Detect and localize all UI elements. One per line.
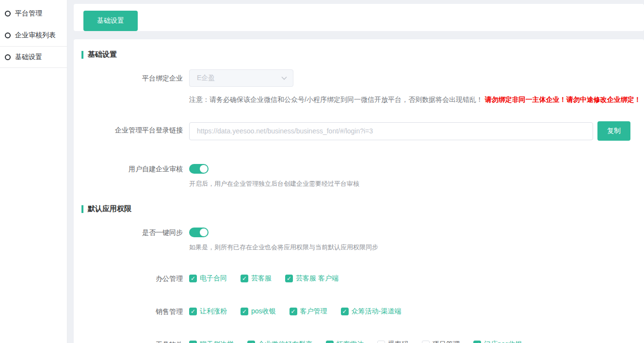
sidebar-item-label: 企业审核列表 xyxy=(15,31,56,40)
note-gray-text: 注意：请务必确保该企业微信和公众号/小程序绑定到同一微信开放平台，否则数据将会出… xyxy=(189,96,483,103)
permission-checkbox[interactable]: ✓ 企业微信好友裂变 xyxy=(247,340,312,343)
permission-checkbox-label: 众筹活动-渠道端 xyxy=(352,307,402,316)
permission-checkbox-label: 门店pos收银 xyxy=(484,340,522,343)
checkbox-icon: ✓ xyxy=(241,275,248,282)
one-key-sync-toggle[interactable] xyxy=(189,228,209,237)
permission-row: 销售管理 ✓ 让利涨粉 ✓ pos收银 ✓ 客户管理 ✓ 众筹活动-渠道端 xyxy=(74,307,644,316)
permission-checkbox-label: 企业微信好友裂变 xyxy=(258,340,312,343)
permission-checkbox[interactable]: ✓ 芸客服 客户端 xyxy=(285,274,338,283)
note-red-warning: 请勿绑定非同一主体企业！请勿中途修改企业绑定！ xyxy=(485,96,641,103)
checkbox-icon: ✓ xyxy=(341,308,349,315)
radio-circle-icon xyxy=(5,11,11,16)
permission-groups: 办公管理 ✓ 电子合同 ✓ 芸客服 ✓ 芸客服 客户端 销售管理 ✓ 让利涨粉 … xyxy=(81,274,644,343)
permission-checkbox[interactable]: ✓ 让利涨粉 xyxy=(189,307,227,316)
sidebar-item-label: 平台管理 xyxy=(15,9,42,18)
permission-checkbox[interactable]: ✓ 芸客服 xyxy=(241,274,272,283)
permission-checkbox-label: 芸客服 客户端 xyxy=(296,274,338,283)
permission-checkbox[interactable]: ✓ 众筹活动-渠道端 xyxy=(341,307,402,316)
main-area: 基础设置 基础设置 平台绑定企业 E企盈 注意：请务必确保该企业微信和公众号/小… xyxy=(67,0,644,343)
permission-checkbox[interactable]: ✓ 聊天侧边栏 xyxy=(189,340,234,343)
permission-row: 工具软件 ✓ 聊天侧边栏 ✓ 企业微信好友裂变 ✓ 拓客雷达 ✓ 爆客码 ✓ 项… xyxy=(74,340,644,343)
sidebar-item-label: 基础设置 xyxy=(15,53,42,62)
one-key-sync-helper: 如果是，则所有已存在企业也会将应用权限与当前默认应用权限同步 xyxy=(189,243,644,252)
settings-card: 基础设置 平台绑定企业 E企盈 注意：请务必确保该企业微信和公众号/小程序绑定到… xyxy=(74,39,644,343)
bind-company-selected-value: E企盈 xyxy=(197,74,215,82)
sidebar-item[interactable]: 平台管理 xyxy=(0,2,67,24)
checkbox-icon: ✓ xyxy=(377,341,385,343)
basic-settings-tab-button[interactable]: 基础设置 xyxy=(83,11,138,31)
permission-checkbox-label: 爆客码 xyxy=(388,340,408,343)
self-audit-toggle[interactable] xyxy=(189,164,209,174)
bind-company-select[interactable]: E企盈 xyxy=(189,69,293,87)
permission-checkbox-label: 让利涨粉 xyxy=(200,307,227,316)
toggle-knob xyxy=(200,165,208,173)
section-title-permissions: 默认应用权限 xyxy=(81,204,644,213)
permission-checkbox-label: 项目管理 xyxy=(433,340,460,343)
checkbox-icon: ✓ xyxy=(473,341,481,343)
toggle-knob xyxy=(200,229,208,236)
self-audit-label: 用户自建企业审核 xyxy=(74,160,189,188)
checkbox-icon: ✓ xyxy=(189,275,197,282)
checkbox-icon: ✓ xyxy=(285,275,293,282)
section-accent-bar xyxy=(81,205,83,213)
section-title-basic: 基础设置 xyxy=(81,50,644,59)
section-title-text: 基础设置 xyxy=(88,50,117,59)
sidebar-item[interactable]: 企业审核列表 xyxy=(0,24,67,46)
permission-checkbox[interactable]: ✓ 电子合同 xyxy=(189,274,227,283)
form-row-login-link: 企业管理平台登录链接 复制 xyxy=(74,121,644,141)
permission-group-label: 工具软件 xyxy=(74,340,189,343)
section-accent-bar xyxy=(81,51,83,59)
login-link-label: 企业管理平台登录链接 xyxy=(74,121,189,141)
chevron-down-icon xyxy=(281,76,287,80)
permission-checkbox-label: 聊天侧边栏 xyxy=(200,340,234,343)
permission-checkbox[interactable]: ✓ 客户管理 xyxy=(290,307,327,316)
bind-company-note: 注意：请务必确保该企业微信和公众号/小程序绑定到同一微信开放平台，否则数据将会出… xyxy=(189,94,644,105)
permission-checkbox[interactable]: ✓ 拓客雷达 xyxy=(326,340,364,343)
permission-checkbox-label: 电子合同 xyxy=(200,274,227,283)
one-key-sync-label: 是否一键同步 xyxy=(74,224,189,252)
sidebar-menu: 平台管理 企业审核列表 基础设置 xyxy=(0,2,67,68)
radio-circle-icon xyxy=(5,33,11,38)
sidebar-item[interactable]: 基础设置 xyxy=(0,46,67,68)
checkbox-icon: ✓ xyxy=(290,308,297,315)
checkbox-icon: ✓ xyxy=(422,341,430,343)
permission-checkbox[interactable]: ✓ pos收银 xyxy=(241,307,276,316)
copy-button[interactable]: 复制 xyxy=(597,121,630,141)
toolbar-card: 基础设置 xyxy=(74,4,644,31)
self-audit-helper: 开启后，用户在企业管理独立后台创建企业需要经过平台审核 xyxy=(189,180,644,188)
permission-checkbox-label: 客户管理 xyxy=(300,307,327,316)
permission-checkbox-label: pos收银 xyxy=(251,307,276,316)
sidebar: 平台管理 企业审核列表 基础设置 xyxy=(0,0,67,343)
permission-checkbox-label: 拓客雷达 xyxy=(337,340,364,343)
checkbox-icon: ✓ xyxy=(189,341,197,343)
form-row-self-audit: 用户自建企业审核 开启后，用户在企业管理独立后台创建企业需要经过平台审核 xyxy=(74,160,644,188)
permission-group-label: 销售管理 xyxy=(74,307,189,316)
permission-group-label: 办公管理 xyxy=(74,274,189,283)
permission-row: 办公管理 ✓ 电子合同 ✓ 芸客服 ✓ 芸客服 客户端 xyxy=(74,274,644,283)
section-title-text: 默认应用权限 xyxy=(88,204,131,213)
checkbox-icon: ✓ xyxy=(247,341,255,343)
checkbox-icon: ✓ xyxy=(326,341,334,343)
bind-company-label: 平台绑定企业 xyxy=(74,69,189,105)
permission-checkbox[interactable]: ✓ 项目管理 xyxy=(422,340,460,343)
login-link-input[interactable] xyxy=(189,122,593,140)
permission-checkbox-label: 芸客服 xyxy=(251,274,272,283)
form-row-bind-company: 平台绑定企业 E企盈 注意：请务必确保该企业微信和公众号/小程序绑定到同一微信开… xyxy=(74,69,644,105)
checkbox-icon: ✓ xyxy=(241,308,248,315)
permission-checkbox[interactable]: ✓ 爆客码 xyxy=(377,340,408,343)
checkbox-icon: ✓ xyxy=(189,308,197,315)
permission-checkbox[interactable]: ✓ 门店pos收银 xyxy=(473,340,522,343)
radio-circle-icon xyxy=(5,54,11,60)
form-row-one-key-sync: 是否一键同步 如果是，则所有已存在企业也会将应用权限与当前默认应用权限同步 xyxy=(74,224,644,252)
